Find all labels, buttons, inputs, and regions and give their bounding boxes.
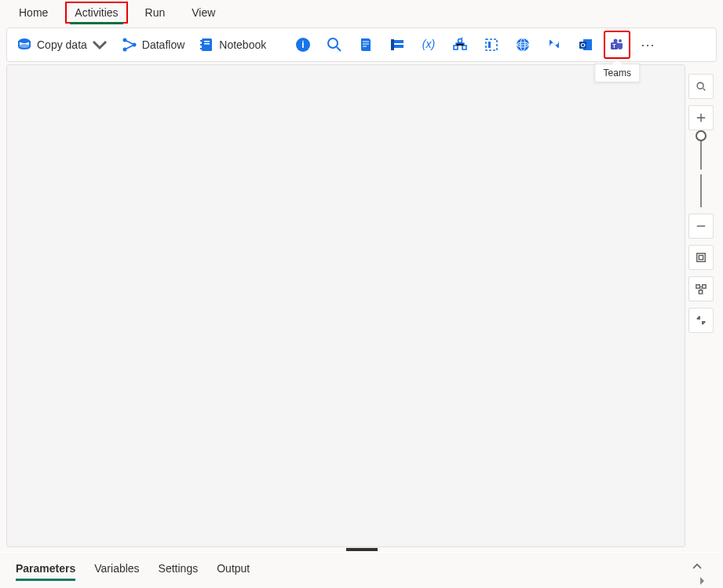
menu-run[interactable]: Run	[136, 2, 175, 24]
menu-home[interactable]: Home	[9, 2, 57, 24]
pipeline-canvas[interactable]	[6, 64, 685, 547]
svg-text:i: i	[302, 39, 305, 50]
pipeline-icon	[452, 37, 468, 53]
lookup-button[interactable]	[321, 31, 348, 59]
template-button[interactable]	[478, 31, 505, 59]
tab-parameters[interactable]: Parameters	[16, 556, 75, 581]
copy-data-button[interactable]: Copy data	[12, 31, 112, 59]
chevron-up-icon	[692, 561, 703, 572]
teams-icon: T	[609, 37, 625, 53]
svg-rect-8	[200, 48, 203, 49]
fit-to-screen-icon	[696, 252, 707, 263]
svg-rect-18	[454, 46, 458, 49]
copy-data-label: Copy data	[37, 38, 87, 51]
search-icon	[327, 37, 342, 53]
script-icon	[358, 37, 374, 53]
svg-rect-35	[699, 255, 703, 259]
info-icon: i	[295, 37, 311, 53]
outlook-button[interactable]: O	[572, 31, 599, 59]
variable-button[interactable]: (x)	[415, 31, 442, 59]
dataflow-label: Dataflow	[142, 38, 184, 51]
svg-rect-36	[696, 285, 699, 288]
dataflow-button[interactable]: Dataflow	[117, 31, 189, 59]
teams-button[interactable]: T Teams	[604, 31, 630, 59]
svg-rect-16	[391, 39, 394, 50]
svg-text:(x): (x)	[422, 38, 435, 50]
web-icon	[515, 37, 531, 53]
dataflow-icon	[122, 37, 137, 53]
svg-rect-5	[202, 38, 212, 51]
svg-rect-9	[204, 41, 210, 42]
minimize-icon	[696, 315, 707, 326]
invoke-pipeline-button[interactable]	[447, 31, 473, 59]
template-icon	[484, 37, 499, 53]
collapse-panel-button[interactable]	[687, 557, 707, 580]
activity-toolbar: Copy data Dataflow Notebook i (x) O T	[6, 27, 717, 62]
svg-rect-34	[697, 254, 706, 262]
canvas-area: .slider{height:90px;position:relative}.s…	[6, 64, 717, 547]
scroll-right-indicator	[696, 577, 707, 586]
top-menu: Home Activities Run View	[0, 0, 723, 25]
tab-settings[interactable]: Settings	[159, 556, 199, 581]
svg-rect-19	[462, 46, 466, 49]
svg-rect-38	[699, 290, 702, 294]
stored-proc-button[interactable]	[384, 31, 411, 59]
teams-tooltip: Teams	[595, 64, 640, 82]
auto-align-icon	[696, 283, 707, 294]
powerplatform-icon	[546, 37, 562, 53]
outlook-icon: O	[578, 37, 593, 53]
copy-data-icon	[16, 37, 32, 53]
zoom-in-button[interactable]	[688, 105, 714, 130]
svg-rect-10	[204, 43, 210, 45]
notebook-button[interactable]: Notebook	[194, 31, 271, 59]
svg-rect-37	[703, 285, 706, 288]
svg-rect-21	[486, 39, 497, 50]
web-button[interactable]	[509, 31, 536, 59]
tab-output[interactable]: Output	[217, 556, 250, 581]
svg-rect-7	[200, 44, 203, 46]
chevron-down-icon	[92, 37, 108, 53]
svg-rect-6	[200, 40, 203, 42]
notebook-label: Notebook	[219, 38, 266, 51]
more-activities-button[interactable]: ⋯	[635, 36, 662, 53]
bottom-panel-tabs: Parameters Variables Settings Output	[0, 552, 723, 583]
svg-point-33	[697, 82, 703, 89]
svg-point-20	[458, 39, 462, 43]
search-icon	[696, 81, 707, 92]
form-icon	[389, 37, 405, 53]
info-button[interactable]: i	[290, 31, 316, 59]
azure-button[interactable]	[541, 31, 568, 59]
tab-variables[interactable]: Variables	[94, 556, 139, 581]
svg-text:T: T	[612, 42, 616, 49]
script-button[interactable]	[352, 31, 379, 59]
fit-screen-button[interactable]	[688, 245, 714, 270]
svg-rect-22	[488, 42, 491, 48]
auto-align-button[interactable]	[688, 276, 714, 301]
canvas-controls: .slider{height:90px;position:relative}.s…	[685, 64, 717, 547]
svg-point-13	[328, 38, 338, 48]
svg-point-29	[619, 39, 622, 42]
canvas-search-button[interactable]	[688, 74, 714, 99]
minus-icon	[696, 221, 707, 232]
plus-icon	[696, 112, 707, 123]
menu-activities[interactable]: Activities	[65, 2, 127, 24]
svg-point-0	[19, 38, 30, 43]
svg-point-1	[19, 44, 30, 49]
svg-text:O: O	[581, 42, 586, 49]
menu-view[interactable]: View	[182, 2, 225, 24]
notebook-icon	[199, 37, 214, 53]
minimize-button[interactable]	[688, 308, 714, 333]
zoom-out-button[interactable]	[688, 214, 714, 239]
variable-icon: (x)	[421, 37, 436, 53]
